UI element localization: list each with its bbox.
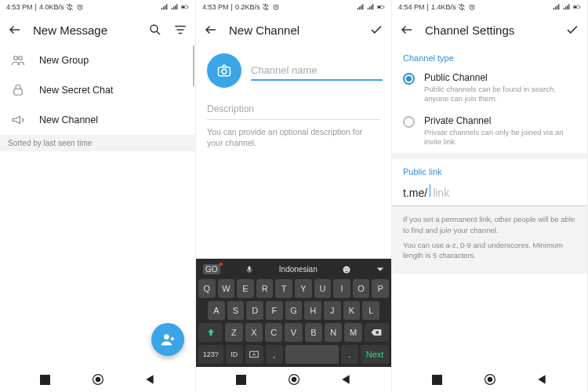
menu-item-new-channel[interactable]: New Channel — [0, 105, 195, 135]
numeric-key[interactable]: 123? — [198, 345, 223, 364]
radio-subtitle: Public channels can be found in search, … — [424, 85, 576, 104]
key[interactable]: M — [344, 323, 361, 342]
key[interactable]: I — [333, 279, 350, 298]
back-button[interactable] — [8, 23, 22, 37]
key[interactable]: H — [304, 301, 321, 320]
radio-private-channel[interactable]: Private Channel Private channels can onl… — [392, 111, 587, 154]
go-key-icon[interactable]: GO — [203, 264, 220, 274]
menu-item-new-secret-chat[interactable]: New Secret Chat — [0, 75, 195, 105]
nav-recents[interactable] — [38, 372, 53, 387]
key[interactable]: U — [314, 279, 332, 298]
key[interactable]: S — [227, 301, 245, 320]
nav-recents[interactable] — [234, 372, 249, 387]
period-key[interactable]: . — [341, 345, 359, 364]
status-net: 1.4KB/s — [431, 3, 456, 11]
key[interactable]: T — [275, 279, 292, 298]
comma-key[interactable]: , — [266, 345, 284, 364]
back-button[interactable] — [204, 23, 218, 37]
fab-new-contact[interactable] — [151, 323, 184, 356]
key[interactable]: Z — [225, 323, 242, 342]
channel-name-row — [196, 45, 391, 96]
status-bar: 4:53 PM | 4.0KB/s — [0, 0, 195, 14]
page-title: New Channel — [229, 24, 358, 37]
menu-item-new-group[interactable]: New Group — [0, 45, 195, 75]
next-key[interactable]: Next — [361, 345, 389, 364]
mic-icon[interactable] — [245, 265, 254, 274]
svg-point-32 — [291, 377, 296, 382]
key[interactable]: B — [305, 323, 322, 342]
key[interactable]: J — [324, 301, 341, 320]
nav-home[interactable] — [287, 372, 301, 387]
signal-icon — [357, 3, 365, 11]
status-time: 4:53 PM — [202, 3, 229, 11]
svg-point-20 — [222, 69, 227, 74]
svg-rect-9 — [14, 89, 23, 96]
search-button[interactable] — [148, 23, 162, 37]
lang-key[interactable]: ID — [226, 345, 244, 364]
back-button[interactable] — [400, 23, 414, 37]
backspace-key[interactable] — [365, 323, 389, 342]
signal-icon — [161, 3, 169, 11]
key[interactable]: X — [245, 323, 263, 342]
system-nav-bar — [0, 367, 195, 392]
key[interactable]: F — [266, 301, 283, 320]
shift-key[interactable] — [198, 323, 223, 342]
emoji-key-icon[interactable] — [342, 265, 351, 274]
sort-button[interactable] — [173, 23, 187, 37]
link-placeholder: link — [433, 187, 449, 199]
radio-title: Public Channel — [424, 72, 576, 83]
key[interactable]: N — [325, 323, 342, 342]
svg-point-40 — [487, 377, 492, 382]
page-title: Channel Settings — [425, 24, 554, 37]
nav-home[interactable] — [483, 372, 497, 387]
key[interactable]: G — [285, 301, 303, 320]
page-title: New Message — [33, 24, 137, 37]
info-text: If you set a permanent link, other peopl… — [403, 214, 576, 235]
key[interactable]: L — [362, 301, 379, 320]
nav-back[interactable] — [339, 372, 353, 387]
nav-home[interactable] — [91, 372, 105, 387]
key[interactable]: W — [218, 279, 235, 298]
key[interactable]: Y — [295, 279, 312, 298]
signal-icon — [553, 3, 561, 11]
alarm-icon — [272, 3, 280, 11]
description-input[interactable]: Description — [207, 100, 380, 120]
confirm-button[interactable] — [369, 23, 383, 37]
key[interactable]: A — [208, 301, 225, 320]
battery-icon — [377, 3, 385, 11]
channel-photo-button[interactable] — [207, 53, 241, 88]
scrollbar-thumb[interactable] — [193, 45, 194, 86]
key[interactable]: D — [246, 301, 263, 320]
channel-name-input[interactable] — [251, 61, 383, 81]
keyboard-language[interactable]: Indonesian — [279, 265, 318, 274]
nav-back[interactable] — [143, 372, 157, 387]
collapse-keyboard-icon[interactable] — [376, 266, 384, 274]
radio-public-channel[interactable]: Public Channel Public channels can be fo… — [392, 67, 587, 111]
status-net: 0.2KB/s — [235, 3, 260, 11]
space-key[interactable] — [285, 345, 339, 364]
public-link-input[interactable]: t.me/ link — [392, 181, 587, 206]
description-block: Description You can provide an optional … — [196, 96, 391, 148]
key[interactable]: C — [265, 323, 282, 342]
no-sync-icon — [262, 3, 270, 11]
description-help: You can provide an optional description … — [207, 126, 380, 148]
nav-back[interactable] — [535, 372, 549, 387]
key[interactable]: R — [256, 279, 274, 298]
confirm-button[interactable] — [565, 23, 579, 37]
radio-indicator — [403, 73, 415, 85]
key[interactable]: K — [343, 301, 361, 320]
svg-rect-37 — [574, 6, 577, 8]
svg-rect-3 — [188, 6, 189, 7]
system-nav-bar — [196, 367, 391, 392]
app-bar: Channel Settings — [392, 14, 587, 45]
check-icon — [565, 23, 579, 37]
input-mode-key[interactable]: A — [245, 345, 263, 364]
key[interactable]: Q — [198, 279, 216, 298]
key[interactable]: O — [353, 279, 370, 298]
key[interactable]: E — [237, 279, 254, 298]
key[interactable]: P — [372, 279, 389, 298]
radio-title: Private Channel — [424, 115, 576, 126]
no-sync-icon — [66, 3, 74, 11]
nav-recents[interactable] — [430, 372, 445, 387]
key[interactable]: V — [285, 323, 302, 342]
